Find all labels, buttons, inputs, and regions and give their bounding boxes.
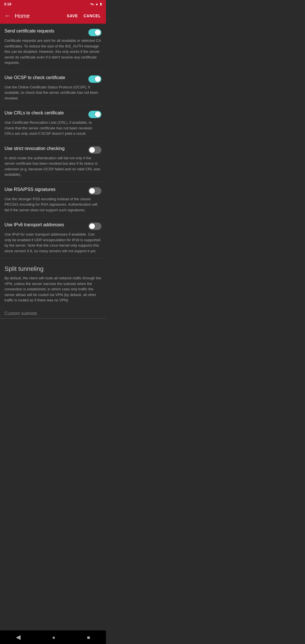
setting-desc-strict-revocation: In strict mode the authentication will f… <box>5 155 101 177</box>
save-button[interactable]: SAVE <box>64 11 81 20</box>
setting-item-ipv6-transport: Use IPv6 transport addresses Use IPv6 fo… <box>0 217 106 258</box>
setting-desc-use-crls: Use Certificate Revocation Lists (CRL), … <box>5 120 101 136</box>
status-bar: 3:18 ▾▴ ▲ ▮ <box>0 0 106 8</box>
setting-title-rsa-pss: Use RSA/PSS signatures <box>5 187 88 193</box>
toggle-rsa-pss[interactable] <box>88 187 101 195</box>
setting-title-ipv6-transport: Use IPv6 transport addresses <box>5 222 88 228</box>
setting-item-use-ocsp: Use OCSP to check certificate Use the On… <box>0 70 106 106</box>
custom-subnets-section: Custom subnets <box>0 306 106 319</box>
wifi-icon: ▾▴ <box>90 2 94 6</box>
battery-icon: ▮ <box>100 2 102 6</box>
status-time: 3:18 <box>4 2 11 6</box>
back-button[interactable]: ← <box>2 10 13 22</box>
setting-item-use-crls: Use CRLs to check certificate Use Certif… <box>0 106 106 141</box>
setting-desc-ipv6-transport: Use IPv6 for outer transport addresses i… <box>5 232 101 254</box>
split-tunneling-section: Split tunneling By default, the client w… <box>0 258 106 306</box>
app-title: Home <box>15 13 64 19</box>
status-icons: ▾▴ ▲ ▮ <box>90 2 102 6</box>
setting-title-use-crls: Use CRLs to check certificate <box>5 110 88 116</box>
toggle-strict-revocation[interactable] <box>88 146 101 154</box>
setting-title-strict-revocation: Use strict revocation checking <box>5 146 88 152</box>
split-tunneling-desc: By default, the client will route all ne… <box>5 275 101 303</box>
toggle-ipv6-transport[interactable] <box>88 223 101 230</box>
setting-item-send-certificate-requests: Send certificate requests Certificate re… <box>0 24 106 70</box>
split-tunneling-title: Split tunneling <box>5 265 101 273</box>
setting-title-use-ocsp: Use OCSP to check certificate <box>5 75 88 81</box>
toggle-use-crls[interactable] <box>88 111 101 118</box>
app-bar: ← Home SAVE CANCEL <box>0 8 106 24</box>
bottom-nav <box>0 630 106 644</box>
nav-recent-button[interactable] <box>81 631 96 643</box>
setting-title-send-certificate-requests: Send certificate requests <box>5 28 88 34</box>
setting-item-rsa-pss: Use RSA/PSS signatures Use the stronger … <box>0 182 106 218</box>
settings-content: Send certificate requests Certificate re… <box>0 24 106 319</box>
custom-subnets-label: Custom subnets <box>5 311 101 316</box>
nav-back-button[interactable] <box>10 631 26 643</box>
signal-icon: ▲ <box>95 2 99 6</box>
toggle-use-ocsp[interactable] <box>88 75 101 83</box>
setting-desc-send-certificate-requests: Certificate requests are sent for all av… <box>5 38 101 66</box>
setting-desc-rsa-pss: Use the stronger PSS encoding instead of… <box>5 196 101 213</box>
cancel-button[interactable]: CANCEL <box>81 11 104 20</box>
setting-item-strict-revocation: Use strict revocation checking In strict… <box>0 141 106 182</box>
toggle-send-certificate-requests[interactable] <box>88 29 101 36</box>
setting-desc-use-ocsp: Use the Online Certificate Status Protoc… <box>5 84 101 101</box>
nav-home-button[interactable] <box>47 631 61 643</box>
